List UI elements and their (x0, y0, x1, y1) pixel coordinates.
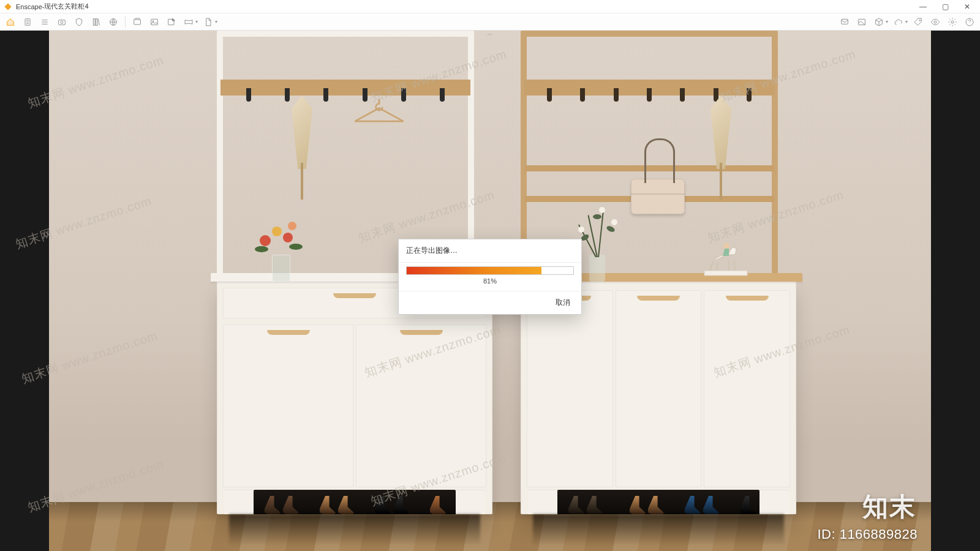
cloud-icon[interactable] (891, 15, 907, 29)
svg-point-2 (61, 21, 63, 23)
svg-rect-4 (96, 18, 97, 25)
render-viewport[interactable]: 知末网 www.znzmo.com 知末网 www.znzmo.com 知末网 … (0, 31, 980, 551)
dialog-title: 正在导出图像… (399, 239, 581, 263)
export-progress-dialog: 正在导出图像… 81% 取消 (398, 239, 582, 315)
progress-bar (406, 266, 574, 275)
window-title-doc: 现代玄关鞋柜4 (44, 2, 88, 11)
capture-icon[interactable] (129, 15, 145, 29)
window-minimize-button[interactable]: — (918, 2, 929, 11)
camera-preview-icon[interactable] (54, 15, 70, 29)
list-icon[interactable] (37, 15, 53, 29)
svg-rect-10 (842, 19, 848, 24)
globe-icon[interactable] (105, 15, 121, 29)
app-logo-icon (4, 2, 12, 11)
tag-icon[interactable] (910, 15, 926, 29)
svg-rect-1 (59, 20, 66, 24)
eye-icon[interactable] (927, 15, 943, 29)
brand-watermark: 知末 (862, 490, 916, 524)
svg-rect-7 (151, 19, 158, 24)
svg-rect-16 (704, 271, 747, 276)
panorama-icon[interactable] (181, 15, 197, 29)
main-toolbar: ▾ ▾ ▾ ▾ (0, 13, 980, 31)
progress-fill (407, 267, 541, 274)
feedback-icon[interactable] (837, 15, 853, 29)
cancel-button[interactable]: 取消 (552, 296, 574, 309)
svg-point-13 (934, 21, 937, 23)
expand-panel-handle[interactable]: ︿ (483, 31, 497, 37)
watermark-text: 知末网 www.znzmo.com (26, 52, 167, 112)
svg-rect-6 (134, 20, 141, 24)
library-icon[interactable] (88, 15, 104, 29)
watermark-text: 知末网 www.znzmo.com (13, 193, 154, 253)
cube-icon[interactable] (871, 15, 887, 29)
title-bar: Enscape - 现代玄关鞋柜4 — ▢ ✕ (0, 0, 980, 13)
settings-gear-icon[interactable] (944, 15, 960, 29)
image-icon[interactable] (146, 15, 162, 29)
gallery-icon[interactable] (854, 15, 870, 29)
chevron-down-icon[interactable]: ▾ (195, 19, 198, 24)
export-file-icon[interactable] (200, 15, 216, 29)
svg-rect-3 (93, 18, 95, 25)
id-watermark: ID: 1166889828 (817, 527, 918, 542)
window-close-button[interactable]: ✕ (962, 2, 973, 11)
export-image-icon[interactable] (164, 15, 179, 29)
svg-point-14 (951, 21, 954, 23)
page-icon[interactable] (20, 15, 36, 29)
home-icon[interactable] (2, 15, 18, 29)
svg-point-12 (919, 20, 921, 21)
help-icon[interactable] (962, 15, 978, 29)
window-title-app: Enscape (16, 3, 42, 10)
chevron-down-icon[interactable]: ▾ (215, 19, 217, 24)
watermark-text: 知末网 www.znzmo.com (20, 328, 160, 388)
svg-point-17 (723, 243, 729, 249)
chevron-down-icon[interactable]: ▾ (905, 19, 908, 24)
window-maximize-button[interactable]: ▢ (940, 2, 951, 11)
progress-percent-label: 81% (406, 275, 574, 286)
toolbar-separator (125, 17, 126, 28)
chevron-down-icon[interactable]: ▾ (886, 19, 888, 24)
shield-icon[interactable] (71, 15, 87, 29)
